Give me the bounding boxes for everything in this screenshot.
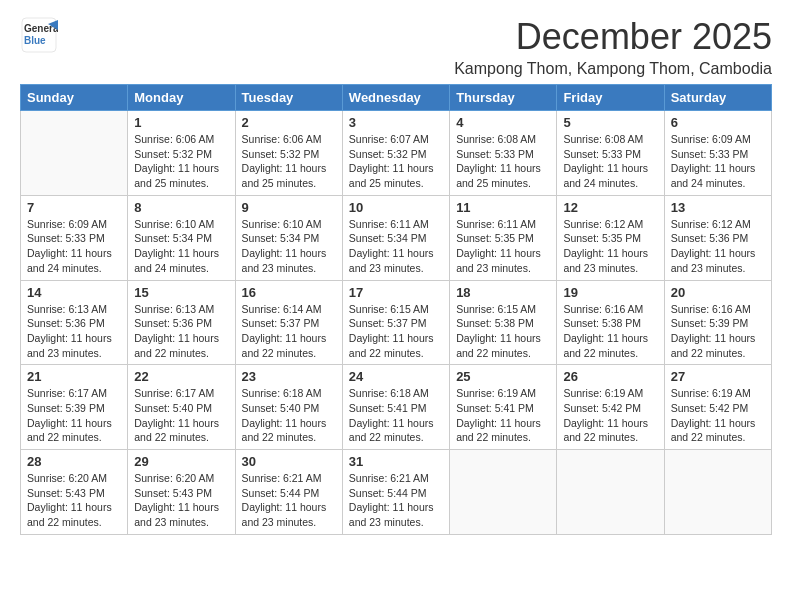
calendar-week-row: 28Sunrise: 6:20 AM Sunset: 5:43 PM Dayli… <box>21 450 772 535</box>
day-info: Sunrise: 6:18 AM Sunset: 5:40 PM Dayligh… <box>242 386 336 445</box>
calendar-day-cell <box>557 450 664 535</box>
calendar-day-cell: 15Sunrise: 6:13 AM Sunset: 5:36 PM Dayli… <box>128 280 235 365</box>
location-subtitle: Kampong Thom, Kampong Thom, Cambodia <box>454 60 772 78</box>
day-number: 14 <box>27 285 121 300</box>
day-info: Sunrise: 6:19 AM Sunset: 5:41 PM Dayligh… <box>456 386 550 445</box>
calendar-day-cell: 10Sunrise: 6:11 AM Sunset: 5:34 PM Dayli… <box>342 195 449 280</box>
dow-cell: Saturday <box>664 85 771 111</box>
calendar-day-cell: 14Sunrise: 6:13 AM Sunset: 5:36 PM Dayli… <box>21 280 128 365</box>
day-number: 29 <box>134 454 228 469</box>
day-info: Sunrise: 6:13 AM Sunset: 5:36 PM Dayligh… <box>134 302 228 361</box>
day-number: 5 <box>563 115 657 130</box>
calendar-day-cell <box>450 450 557 535</box>
calendar-day-cell: 22Sunrise: 6:17 AM Sunset: 5:40 PM Dayli… <box>128 365 235 450</box>
day-info: Sunrise: 6:13 AM Sunset: 5:36 PM Dayligh… <box>27 302 121 361</box>
calendar-day-cell: 6Sunrise: 6:09 AM Sunset: 5:33 PM Daylig… <box>664 111 771 196</box>
dow-cell: Tuesday <box>235 85 342 111</box>
month-year-title: December 2025 <box>454 16 772 58</box>
day-number: 26 <box>563 369 657 384</box>
calendar-week-row: 21Sunrise: 6:17 AM Sunset: 5:39 PM Dayli… <box>21 365 772 450</box>
day-number: 8 <box>134 200 228 215</box>
day-number: 21 <box>27 369 121 384</box>
day-number: 19 <box>563 285 657 300</box>
calendar-day-cell: 13Sunrise: 6:12 AM Sunset: 5:36 PM Dayli… <box>664 195 771 280</box>
day-info: Sunrise: 6:14 AM Sunset: 5:37 PM Dayligh… <box>242 302 336 361</box>
day-number: 24 <box>349 369 443 384</box>
calendar-week-row: 14Sunrise: 6:13 AM Sunset: 5:36 PM Dayli… <box>21 280 772 365</box>
day-number: 27 <box>671 369 765 384</box>
calendar-day-cell: 25Sunrise: 6:19 AM Sunset: 5:41 PM Dayli… <box>450 365 557 450</box>
day-number: 13 <box>671 200 765 215</box>
calendar-day-cell <box>664 450 771 535</box>
day-info: Sunrise: 6:11 AM Sunset: 5:35 PM Dayligh… <box>456 217 550 276</box>
day-number: 25 <box>456 369 550 384</box>
calendar-day-cell: 19Sunrise: 6:16 AM Sunset: 5:38 PM Dayli… <box>557 280 664 365</box>
calendar-day-cell: 29Sunrise: 6:20 AM Sunset: 5:43 PM Dayli… <box>128 450 235 535</box>
day-number: 6 <box>671 115 765 130</box>
day-info: Sunrise: 6:21 AM Sunset: 5:44 PM Dayligh… <box>242 471 336 530</box>
calendar-week-row: 1Sunrise: 6:06 AM Sunset: 5:32 PM Daylig… <box>21 111 772 196</box>
calendar-day-cell: 30Sunrise: 6:21 AM Sunset: 5:44 PM Dayli… <box>235 450 342 535</box>
calendar-day-cell: 17Sunrise: 6:15 AM Sunset: 5:37 PM Dayli… <box>342 280 449 365</box>
day-number: 18 <box>456 285 550 300</box>
day-info: Sunrise: 6:08 AM Sunset: 5:33 PM Dayligh… <box>563 132 657 191</box>
day-number: 7 <box>27 200 121 215</box>
calendar-day-cell: 9Sunrise: 6:10 AM Sunset: 5:34 PM Daylig… <box>235 195 342 280</box>
day-info: Sunrise: 6:10 AM Sunset: 5:34 PM Dayligh… <box>242 217 336 276</box>
day-info: Sunrise: 6:20 AM Sunset: 5:43 PM Dayligh… <box>134 471 228 530</box>
day-number: 2 <box>242 115 336 130</box>
day-number: 28 <box>27 454 121 469</box>
calendar-day-cell: 11Sunrise: 6:11 AM Sunset: 5:35 PM Dayli… <box>450 195 557 280</box>
day-info: Sunrise: 6:16 AM Sunset: 5:39 PM Dayligh… <box>671 302 765 361</box>
calendar-day-cell: 23Sunrise: 6:18 AM Sunset: 5:40 PM Dayli… <box>235 365 342 450</box>
dow-cell: Wednesday <box>342 85 449 111</box>
day-info: Sunrise: 6:09 AM Sunset: 5:33 PM Dayligh… <box>671 132 765 191</box>
calendar-day-cell: 5Sunrise: 6:08 AM Sunset: 5:33 PM Daylig… <box>557 111 664 196</box>
day-number: 22 <box>134 369 228 384</box>
day-number: 20 <box>671 285 765 300</box>
calendar-day-cell <box>21 111 128 196</box>
day-info: Sunrise: 6:15 AM Sunset: 5:37 PM Dayligh… <box>349 302 443 361</box>
calendar-day-cell: 28Sunrise: 6:20 AM Sunset: 5:43 PM Dayli… <box>21 450 128 535</box>
svg-text:Blue: Blue <box>24 35 46 46</box>
day-info: Sunrise: 6:11 AM Sunset: 5:34 PM Dayligh… <box>349 217 443 276</box>
calendar-day-cell: 21Sunrise: 6:17 AM Sunset: 5:39 PM Dayli… <box>21 365 128 450</box>
day-number: 30 <box>242 454 336 469</box>
day-info: Sunrise: 6:17 AM Sunset: 5:40 PM Dayligh… <box>134 386 228 445</box>
day-number: 12 <box>563 200 657 215</box>
day-number: 1 <box>134 115 228 130</box>
day-info: Sunrise: 6:07 AM Sunset: 5:32 PM Dayligh… <box>349 132 443 191</box>
dow-cell: Sunday <box>21 85 128 111</box>
calendar-body: 1Sunrise: 6:06 AM Sunset: 5:32 PM Daylig… <box>21 111 772 535</box>
day-info: Sunrise: 6:06 AM Sunset: 5:32 PM Dayligh… <box>242 132 336 191</box>
header: General Blue December 2025 Kampong Thom,… <box>20 16 772 78</box>
day-info: Sunrise: 6:17 AM Sunset: 5:39 PM Dayligh… <box>27 386 121 445</box>
calendar-day-cell: 18Sunrise: 6:15 AM Sunset: 5:38 PM Dayli… <box>450 280 557 365</box>
calendar-day-cell: 8Sunrise: 6:10 AM Sunset: 5:34 PM Daylig… <box>128 195 235 280</box>
title-area: December 2025 Kampong Thom, Kampong Thom… <box>454 16 772 78</box>
calendar-day-cell: 12Sunrise: 6:12 AM Sunset: 5:35 PM Dayli… <box>557 195 664 280</box>
day-number: 4 <box>456 115 550 130</box>
calendar-day-cell: 3Sunrise: 6:07 AM Sunset: 5:32 PM Daylig… <box>342 111 449 196</box>
day-of-week-header: SundayMondayTuesdayWednesdayThursdayFrid… <box>21 85 772 111</box>
day-info: Sunrise: 6:18 AM Sunset: 5:41 PM Dayligh… <box>349 386 443 445</box>
day-info: Sunrise: 6:10 AM Sunset: 5:34 PM Dayligh… <box>134 217 228 276</box>
day-info: Sunrise: 6:12 AM Sunset: 5:36 PM Dayligh… <box>671 217 765 276</box>
day-info: Sunrise: 6:12 AM Sunset: 5:35 PM Dayligh… <box>563 217 657 276</box>
day-number: 9 <box>242 200 336 215</box>
calendar-day-cell: 1Sunrise: 6:06 AM Sunset: 5:32 PM Daylig… <box>128 111 235 196</box>
calendar-day-cell: 31Sunrise: 6:21 AM Sunset: 5:44 PM Dayli… <box>342 450 449 535</box>
day-number: 31 <box>349 454 443 469</box>
calendar-day-cell: 27Sunrise: 6:19 AM Sunset: 5:42 PM Dayli… <box>664 365 771 450</box>
calendar-day-cell: 20Sunrise: 6:16 AM Sunset: 5:39 PM Dayli… <box>664 280 771 365</box>
day-number: 23 <box>242 369 336 384</box>
day-info: Sunrise: 6:20 AM Sunset: 5:43 PM Dayligh… <box>27 471 121 530</box>
calendar-day-cell: 26Sunrise: 6:19 AM Sunset: 5:42 PM Dayli… <box>557 365 664 450</box>
day-number: 17 <box>349 285 443 300</box>
day-info: Sunrise: 6:19 AM Sunset: 5:42 PM Dayligh… <box>563 386 657 445</box>
dow-cell: Thursday <box>450 85 557 111</box>
day-number: 16 <box>242 285 336 300</box>
logo-icon: General Blue <box>20 16 58 54</box>
day-number: 3 <box>349 115 443 130</box>
day-info: Sunrise: 6:15 AM Sunset: 5:38 PM Dayligh… <box>456 302 550 361</box>
